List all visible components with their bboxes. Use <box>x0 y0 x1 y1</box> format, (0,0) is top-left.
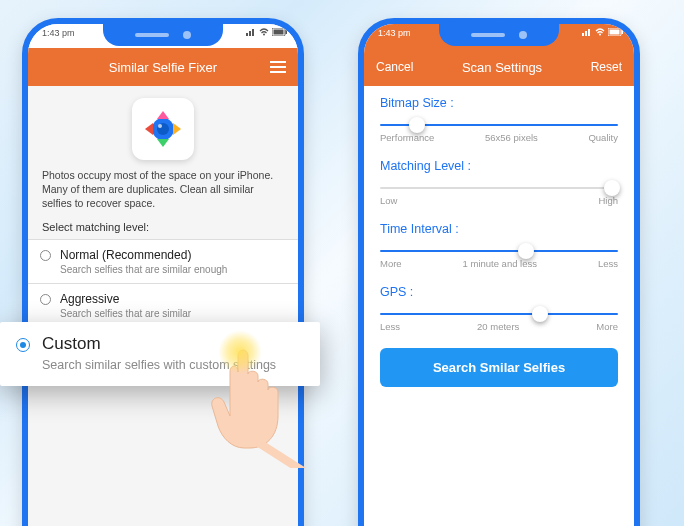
svg-point-9 <box>158 124 162 128</box>
page-title: Scan Settings <box>413 60 590 75</box>
slider-knob[interactable] <box>532 306 548 322</box>
option-normal[interactable]: Normal (Recommended) Search selfies that… <box>28 239 298 283</box>
signal-icon <box>246 28 256 36</box>
svg-rect-15 <box>610 30 620 35</box>
setting-time: Time Interval : More 1 minute and less L… <box>380 222 618 269</box>
radio-icon <box>40 294 51 305</box>
slider-right-label: High <box>598 195 618 206</box>
svg-rect-12 <box>588 29 590 36</box>
notch <box>439 24 559 46</box>
battery-icon <box>608 28 624 36</box>
status-time: 1:43 pm <box>378 28 411 38</box>
setting-label: GPS : <box>380 285 618 299</box>
app-header: Similar Selfie Fixer <box>28 48 298 86</box>
search-selfies-button[interactable]: Search Smilar Selfies <box>380 348 618 387</box>
svg-rect-1 <box>249 31 251 36</box>
slider-mid-label: 1 minute and less <box>463 258 537 269</box>
slider-mid-label: 56x56 pixels <box>485 132 538 143</box>
svg-rect-0 <box>246 33 248 36</box>
status-time: 1:43 pm <box>42 28 75 38</box>
status-bar: 1:43 pm <box>364 24 634 48</box>
slider-knob[interactable] <box>518 243 534 259</box>
slider-left-label: Low <box>380 195 397 206</box>
setting-gps: GPS : Less 20 meters More <box>380 285 618 332</box>
lens-icon <box>139 105 187 153</box>
svg-rect-10 <box>582 33 584 36</box>
time-slider[interactable] <box>380 250 618 252</box>
app-header: Cancel Scan Settings Reset <box>364 48 634 86</box>
option-aggressive[interactable]: Aggressive Search selfies that are simil… <box>28 283 298 327</box>
slider-left-label: More <box>380 258 402 269</box>
svg-rect-5 <box>274 30 284 35</box>
setting-bitmap: Bitmap Size : Performance 56x56 pixels Q… <box>380 96 618 143</box>
callout-subtitle: Search similar selfies with custom setti… <box>42 358 304 372</box>
notch <box>103 24 223 46</box>
slider-knob[interactable] <box>409 117 425 133</box>
wifi-icon <box>595 28 605 36</box>
app-icon <box>132 98 194 160</box>
setting-label: Time Interval : <box>380 222 618 236</box>
option-subtitle: Search selfies that are similar <box>60 308 284 319</box>
matching-slider[interactable] <box>380 187 618 189</box>
reset-button[interactable]: Reset <box>591 60 622 74</box>
gps-slider[interactable] <box>380 313 618 315</box>
slider-right-label: More <box>596 321 618 332</box>
option-subtitle: Search selfies that are similar enough <box>60 264 284 275</box>
radio-icon <box>16 338 30 352</box>
battery-icon <box>272 28 288 36</box>
page-title: Similar Selfie Fixer <box>56 60 270 75</box>
callout-title: Custom <box>42 334 304 354</box>
option-title: Aggressive <box>60 292 284 306</box>
signal-icon <box>582 28 592 36</box>
radio-icon <box>40 250 51 261</box>
svg-rect-6 <box>286 30 288 34</box>
status-indicators <box>582 28 624 36</box>
slider-knob[interactable] <box>604 180 620 196</box>
slider-left-label: Less <box>380 321 400 332</box>
slider-right-label: Quality <box>588 132 618 143</box>
select-label: Select matching level: <box>28 221 298 239</box>
app-icon-wrap <box>28 86 298 168</box>
svg-rect-2 <box>252 29 254 36</box>
slider-left-label: Performance <box>380 132 434 143</box>
cancel-button[interactable]: Cancel <box>376 60 413 74</box>
svg-point-3 <box>263 34 265 36</box>
menu-icon[interactable] <box>270 61 286 73</box>
description-text: Photos occupy most of the space on your … <box>28 168 298 221</box>
status-indicators <box>246 28 288 36</box>
svg-point-13 <box>599 34 601 36</box>
slider-right-label: Less <box>598 258 618 269</box>
bitmap-slider[interactable] <box>380 124 618 126</box>
phone-right: 1:43 pm Cancel Scan Settings Reset Bitma… <box>358 18 640 526</box>
setting-label: Matching Level : <box>380 159 618 173</box>
setting-label: Bitmap Size : <box>380 96 618 110</box>
phone-left: 1:43 pm Similar Selfie Fixer <box>22 18 304 526</box>
svg-rect-11 <box>585 31 587 36</box>
option-title: Normal (Recommended) <box>60 248 284 262</box>
custom-callout[interactable]: Custom Search similar selfies with custo… <box>0 322 320 386</box>
wifi-icon <box>259 28 269 36</box>
svg-rect-16 <box>622 30 624 34</box>
status-bar: 1:43 pm <box>28 24 298 48</box>
slider-mid-label: 20 meters <box>477 321 519 332</box>
setting-matching: Matching Level : Low High <box>380 159 618 206</box>
